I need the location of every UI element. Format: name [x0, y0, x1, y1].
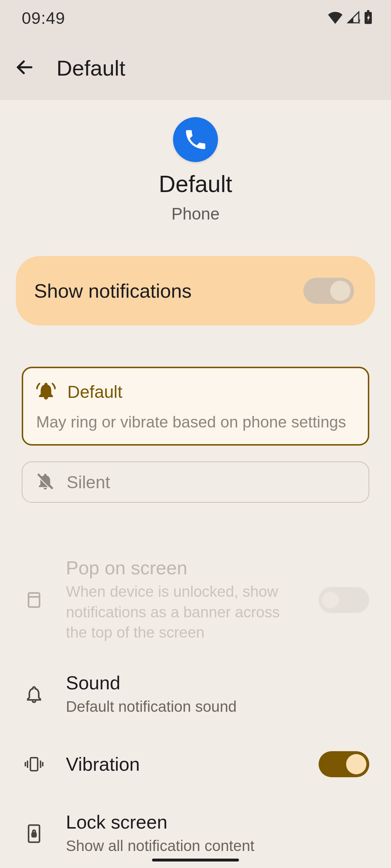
- channel-title: Default: [159, 171, 232, 197]
- channel-header: Default Phone: [0, 100, 391, 256]
- back-button[interactable]: [14, 57, 35, 79]
- alert-mode-group: Default May ring or vibrate based on pho…: [22, 367, 369, 503]
- pop-on-screen-title: Pop on screen: [66, 557, 297, 579]
- app-bar-title: Default: [56, 56, 125, 81]
- pop-on-screen-sub: When device is unlocked, show notificati…: [66, 582, 297, 643]
- svg-rect-14: [32, 833, 36, 837]
- lock-screen-row[interactable]: Lock screen Show all notification conten…: [0, 797, 391, 868]
- mode-default-desc: May ring or vibrate based on phone setti…: [36, 413, 355, 431]
- sound-row[interactable]: Sound Default notification sound: [0, 658, 391, 732]
- status-bar: 09:49 !: [0, 0, 391, 36]
- pop-on-screen-row: Pop on screen When device is unlocked, s…: [0, 542, 391, 658]
- phone-app-icon: [173, 117, 218, 162]
- svg-rect-6: [29, 593, 39, 607]
- vibration-icon: [24, 755, 44, 774]
- channel-subtitle: Phone: [171, 204, 219, 224]
- lock-screen-title: Lock screen: [66, 811, 369, 833]
- pop-on-screen-switch: [319, 587, 369, 613]
- sound-title: Sound: [66, 672, 369, 694]
- lock-screen-icon: [24, 824, 44, 844]
- bell-off-icon: [35, 472, 55, 493]
- status-time: 09:49: [22, 8, 65, 28]
- mode-silent-title: Silent: [67, 472, 110, 492]
- sound-sub: Default notification sound: [66, 697, 369, 717]
- vibration-title: Vibration: [66, 753, 297, 775]
- mode-silent-card[interactable]: Silent: [22, 461, 369, 503]
- svg-rect-8: [30, 758, 38, 771]
- show-notifications-switch[interactable]: [303, 278, 354, 304]
- show-notifications-label: Show notifications: [34, 280, 192, 302]
- wifi-icon: [327, 11, 343, 25]
- mode-default-title: Default: [67, 382, 122, 402]
- app-bar: Default: [0, 36, 391, 100]
- bell-icon: [24, 685, 44, 704]
- bell-ring-icon: [36, 381, 56, 402]
- settings-list: Pop on screen When device is unlocked, s…: [0, 542, 391, 868]
- battery-icon: [363, 10, 373, 26]
- banner-icon: [24, 591, 44, 609]
- svg-text:!: !: [359, 18, 361, 24]
- show-notifications-row[interactable]: Show notifications: [16, 256, 375, 326]
- lock-screen-sub: Show all notification content: [66, 836, 369, 856]
- vibration-row[interactable]: Vibration: [0, 732, 391, 797]
- vibration-switch[interactable]: [319, 751, 369, 777]
- cellular-icon: !: [346, 11, 361, 25]
- mode-default-card[interactable]: Default May ring or vibrate based on pho…: [22, 367, 369, 446]
- svg-rect-2: [367, 10, 370, 12]
- status-icons: !: [327, 10, 373, 26]
- nav-indicator: [152, 859, 239, 861]
